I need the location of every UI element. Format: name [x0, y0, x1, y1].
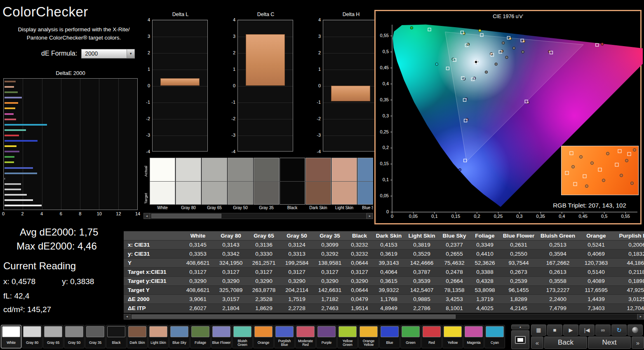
sphere-button[interactable] — [628, 324, 643, 336]
cell: 0,4089 — [578, 277, 614, 286]
patch-button-magenta[interactable]: Magenta — [463, 325, 484, 348]
next-fast-button[interactable]: » — [632, 336, 644, 349]
swatch-scroll-track[interactable] — [150, 213, 367, 219]
patch-button-cyan[interactable]: Cyan — [484, 325, 505, 348]
patch-button-purple[interactable]: Purple — [316, 325, 337, 348]
patch-button-orange-yellow[interactable]: Orange Yellow — [358, 325, 379, 348]
swatch-scrollbar[interactable]: ◄ ► — [143, 213, 373, 219]
delta-chart-plot — [152, 20, 208, 152]
back-button[interactable]: Back — [544, 336, 587, 349]
patch-label: Purplish Blue — [275, 338, 294, 348]
collapse-button[interactable]: ▲ — [511, 324, 529, 329]
table-scroll-left-button[interactable]: ◄ — [124, 314, 130, 320]
cell: 0,4069 — [578, 250, 614, 259]
pattern-button[interactable]: ▦ — [531, 324, 546, 336]
patch-button-red[interactable]: Red — [421, 325, 442, 348]
axis-tick-label: 0,2 — [470, 214, 484, 219]
row-label: Target Y — [124, 286, 181, 295]
deltae-bar-row — [5, 151, 137, 152]
patch-button-orange[interactable]: Orange — [253, 325, 274, 348]
scroll-right-button[interactable]: ► — [367, 213, 373, 219]
axis-tick-label: -4 — [231, 149, 235, 154]
deltae-bar-row — [5, 167, 137, 169]
cell: 0,3127 — [214, 268, 247, 277]
table-scroll-track[interactable] — [130, 314, 637, 320]
patch-button-blue-sky[interactable]: Blue Sky — [169, 325, 190, 348]
axis-tick-label: 0,25 — [491, 214, 505, 219]
deltae-bar — [5, 81, 16, 82]
patch-swatch — [360, 326, 378, 337]
step-back-button[interactable]: |◀ — [579, 324, 595, 336]
patch-button-purplish-blue[interactable]: Purplish Blue — [274, 325, 295, 348]
table-scrollbar[interactable]: ◄ ► — [124, 314, 644, 320]
column-header: Black — [346, 231, 373, 240]
patch-swatch — [275, 326, 294, 337]
patch-button-gray-65[interactable]: Gray 65 — [43, 325, 63, 348]
swatch-scroll-thumb[interactable] — [151, 214, 221, 218]
cell: 8,1001 — [439, 304, 470, 313]
play-button[interactable]: ▶ — [563, 324, 578, 336]
stop-icon: ■ — [553, 327, 557, 333]
patch-label: Magenta — [464, 338, 484, 348]
patch-swatch — [338, 326, 357, 337]
page-title: ColorChecker — [2, 4, 145, 20]
patch-button-yellow[interactable]: Yellow — [442, 325, 463, 348]
back-fast-button[interactable]: « — [531, 336, 543, 349]
measured-marker — [579, 155, 583, 159]
toolbar-right: ▲ ▦■▶|◀∞↻ «BackNext» — [511, 324, 644, 349]
patch-button-gray-50[interactable]: Gray 50 — [64, 325, 85, 348]
deltae-bar — [5, 145, 16, 147]
patch-button-black[interactable]: Black — [106, 325, 127, 348]
loop-button[interactable]: ∞ — [595, 324, 611, 336]
table-scroll-thumb[interactable] — [132, 315, 456, 319]
refresh-icon: ↻ — [616, 327, 622, 334]
patch-button-moderate-red[interactable]: Moderate Red — [295, 325, 316, 348]
deltae-bar — [5, 161, 14, 163]
refresh-button[interactable]: ↻ — [611, 324, 627, 336]
cell: 1,4439 — [578, 295, 614, 304]
cell: 0,3232 — [346, 250, 373, 259]
cell: 1,8289 — [500, 295, 538, 304]
de-formula-select[interactable]: 2000 ▼ — [81, 49, 135, 58]
de-formula-label: dE Formula: — [41, 50, 77, 57]
table-header: WhiteGray 80Gray 65Gray 50Gray 35BlackDa… — [124, 231, 644, 240]
patch-button-yellow-green[interactable]: Yellow Green — [337, 325, 358, 348]
patch-label: Yellow Green — [338, 338, 357, 348]
patch-button-foliage[interactable]: Foliage — [190, 325, 211, 348]
deltae-2000-chart: DeltaE 2000 02468101214 — [3, 70, 138, 218]
cell: 0,3819 — [405, 240, 439, 250]
next-button[interactable]: Next — [588, 336, 631, 349]
axis-tick-label: -4 — [317, 149, 321, 154]
swatch-label: Gray 35 — [254, 205, 279, 211]
patch-button-bluish-green[interactable]: Bluish Green — [232, 325, 253, 348]
cell: 1,1768 — [373, 295, 405, 304]
stop-button[interactable]: ■ — [547, 324, 562, 336]
table-scroll-right-button[interactable]: ► — [637, 314, 644, 320]
pattern-window-button[interactable] — [511, 330, 529, 349]
axis-tick-label: 0,55 — [376, 33, 389, 38]
cell: 4,2145 — [500, 304, 538, 313]
cell: 0,2478 — [439, 268, 470, 277]
cie-title: CIE 1976 u'v' — [376, 14, 640, 19]
actual-swatch — [254, 158, 279, 181]
axis-tick-label: -3 — [317, 133, 321, 138]
axis-tick-label: 0,35 — [376, 97, 389, 102]
table-body: x: CIE310,31450,31430,31360,31240,30990,… — [124, 240, 644, 313]
delta-chart-title: Delta C — [238, 12, 293, 17]
patch-button-dark-skin[interactable]: Dark Skin — [127, 325, 148, 348]
patch-button-blue[interactable]: Blue — [379, 325, 400, 348]
cell: 0,3353 — [181, 250, 214, 259]
deltae-bar — [5, 135, 19, 136]
patch-button-light-skin[interactable]: Light Skin — [148, 325, 169, 348]
cell: 0,4410 — [470, 250, 500, 259]
patch-button-green[interactable]: Green — [400, 325, 421, 348]
delta-y-axis: 43210-1-2-3-4 — [142, 20, 152, 152]
scroll-left-button[interactable]: ◄ — [143, 213, 150, 219]
patch-button-gray-80[interactable]: Gray 80 — [22, 325, 42, 348]
cell: 47,9256 — [614, 286, 644, 295]
patch-button-gray-35[interactable]: Gray 35 — [85, 325, 106, 348]
measured-marker — [602, 179, 605, 182]
cell: 0,3290 — [346, 277, 373, 286]
patch-button-blue-flower[interactable]: Blue Flower — [211, 325, 232, 348]
patch-button-white[interactable]: White — [1, 325, 21, 348]
